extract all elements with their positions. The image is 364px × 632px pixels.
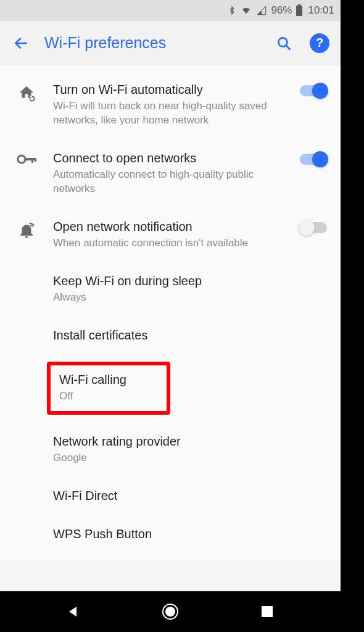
toggle-auto-wifi[interactable] bbox=[300, 85, 327, 96]
key-icon bbox=[0, 150, 53, 166]
setting-wifi-direct[interactable]: Wi-Fi Direct bbox=[0, 476, 341, 515]
svg-rect-12 bbox=[262, 606, 273, 617]
setting-title: Keep Wi-Fi on during sleep bbox=[53, 273, 291, 289]
setting-wifi-sleep[interactable]: Keep Wi-Fi on during sleep Always bbox=[0, 262, 341, 316]
setting-title: Wi-Fi calling bbox=[59, 372, 158, 388]
nav-back-button[interactable] bbox=[59, 597, 88, 626]
bell-wifi-icon bbox=[0, 218, 53, 239]
svg-point-6 bbox=[18, 156, 25, 163]
battery-percentage: 96% bbox=[271, 4, 292, 17]
app-bar: Wi-Fi preferences ? bbox=[0, 21, 341, 65]
setting-open-networks[interactable]: Connect to open networks Automatically c… bbox=[0, 139, 341, 207]
toggle-open-notification[interactable] bbox=[300, 222, 327, 233]
setting-title: Connect to open networks bbox=[53, 150, 291, 166]
battery-icon bbox=[296, 4, 303, 17]
search-button[interactable] bbox=[271, 31, 296, 56]
setting-install-certificates[interactable]: Install certificates bbox=[0, 316, 341, 354]
setting-rating-provider[interactable]: Network rating provider Google bbox=[0, 422, 341, 476]
back-button[interactable] bbox=[9, 31, 33, 56]
setting-auto-wifi[interactable]: Turn on Wi-Fi automatically Wi-Fi will t… bbox=[0, 70, 341, 139]
setting-open-notification[interactable]: Open network notification When automatic… bbox=[0, 207, 341, 262]
setting-title: Install certificates bbox=[53, 327, 291, 343]
setting-title: Turn on Wi-Fi automatically bbox=[53, 81, 291, 98]
clock: 10:01 bbox=[308, 4, 334, 17]
setting-subtitle: Off bbox=[59, 389, 158, 404]
setting-title: Wi-Fi Direct bbox=[53, 488, 291, 504]
toggle-open-networks[interactable] bbox=[300, 154, 327, 165]
svg-rect-8 bbox=[31, 158, 33, 163]
highlight-box: Wi-Fi calling Off bbox=[47, 362, 170, 415]
setting-title: Network rating provider bbox=[53, 433, 291, 449]
setting-subtitle: Always bbox=[53, 291, 291, 305]
device-bezel bbox=[341, 0, 364, 632]
setting-wifi-calling[interactable]: Wi-Fi calling Off bbox=[0, 354, 341, 422]
svg-rect-7 bbox=[25, 158, 35, 160]
help-button[interactable]: ? bbox=[307, 31, 332, 56]
svg-point-11 bbox=[165, 607, 175, 617]
cell-signal-icon bbox=[256, 6, 267, 15]
svg-rect-1 bbox=[298, 4, 300, 6]
setting-subtitle: Automatically connect to high-quality pu… bbox=[53, 168, 291, 196]
svg-rect-9 bbox=[35, 158, 36, 162]
setting-title: Open network notification bbox=[53, 218, 291, 235]
bluetooth-icon bbox=[228, 4, 236, 17]
nav-home-button[interactable] bbox=[155, 597, 185, 626]
page-title: Wi-Fi preferences bbox=[44, 34, 260, 52]
setting-subtitle: Google bbox=[53, 451, 291, 465]
svg-rect-0 bbox=[296, 6, 302, 16]
setting-subtitle: When automatic connection isn't availabl… bbox=[53, 236, 291, 251]
setting-wps-push[interactable]: WPS Push Button bbox=[0, 515, 341, 560]
status-bar: 96% 10:01 bbox=[0, 0, 341, 21]
navigation-bar bbox=[0, 591, 341, 632]
setting-title: WPS Push Button bbox=[53, 526, 291, 542]
settings-list: Turn on Wi-Fi automatically Wi-Fi will t… bbox=[0, 65, 341, 560]
wifi-icon bbox=[240, 6, 252, 15]
home-refresh-icon bbox=[0, 81, 53, 102]
setting-subtitle: Wi-Fi will turn back on near high-qualit… bbox=[53, 99, 291, 128]
phone-frame: 96% 10:01 Wi-Fi preferences ? bbox=[0, 0, 341, 632]
svg-line-4 bbox=[286, 45, 289, 49]
help-icon: ? bbox=[310, 33, 329, 53]
nav-recent-button[interactable] bbox=[252, 597, 282, 626]
